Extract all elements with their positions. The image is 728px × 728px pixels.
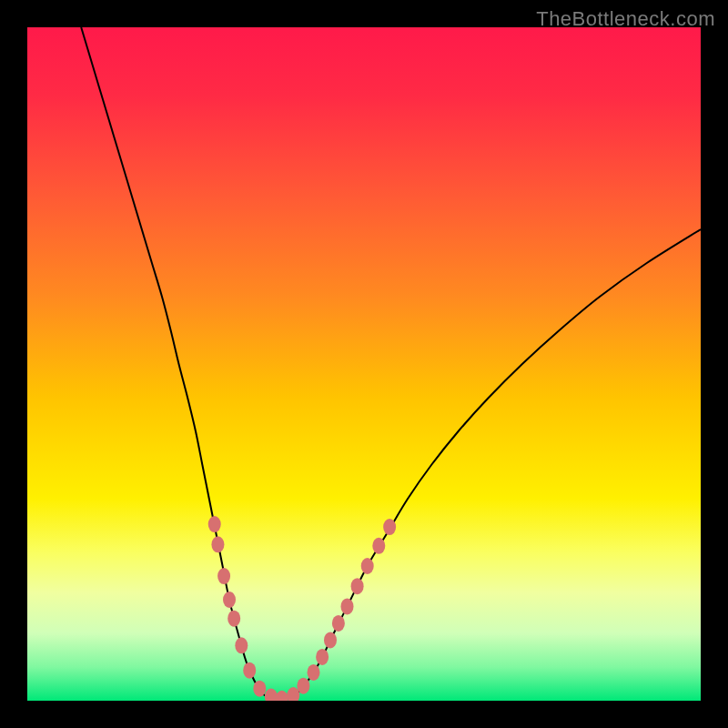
marker-point xyxy=(332,615,345,632)
marker-point xyxy=(211,536,224,552)
marker-point xyxy=(235,637,248,653)
chart-plot-area xyxy=(27,27,701,701)
marker-point xyxy=(228,611,240,627)
marker-point xyxy=(297,678,309,694)
marker-point xyxy=(243,662,256,679)
marker-point xyxy=(208,516,221,532)
marker-point xyxy=(351,578,364,594)
marker-point xyxy=(308,664,320,681)
marker-point xyxy=(316,649,329,665)
left-curve xyxy=(81,27,279,700)
right-markers xyxy=(287,519,396,701)
marker-point xyxy=(253,681,266,697)
watermark-text: TheBottleneck.com xyxy=(536,7,715,31)
marker-point xyxy=(372,538,385,554)
marker-point xyxy=(341,598,354,614)
left-markers xyxy=(208,516,288,701)
marker-point xyxy=(223,592,236,608)
chart-curves-layer xyxy=(27,27,701,701)
marker-point xyxy=(361,558,374,574)
marker-point xyxy=(217,568,230,584)
marker-point xyxy=(324,632,337,648)
marker-point xyxy=(383,519,396,535)
marker-point xyxy=(276,691,288,701)
